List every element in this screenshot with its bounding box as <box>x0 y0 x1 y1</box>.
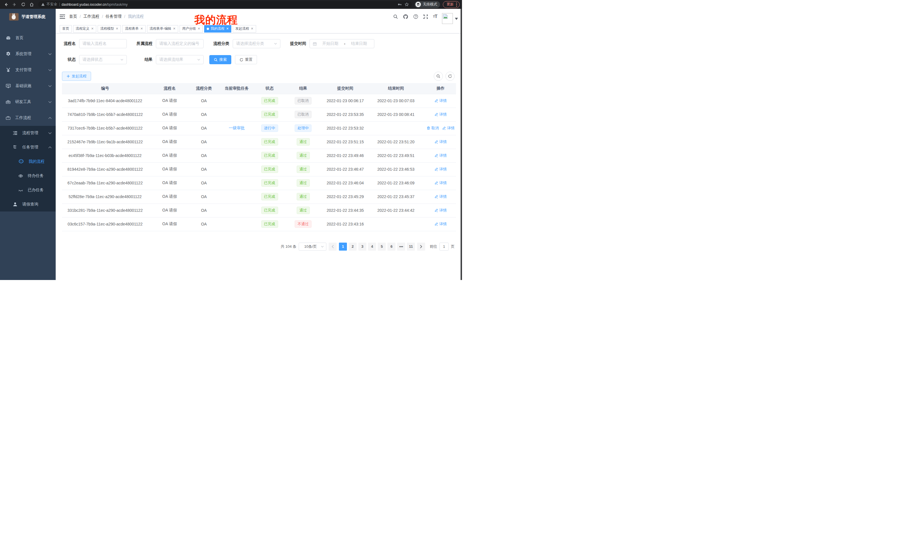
process-name-input[interactable]: 请输入流程名 <box>79 39 127 48</box>
process-definition-input[interactable]: 请输入流程定义的编号 <box>156 39 204 48</box>
search-icon[interactable] <box>393 14 398 19</box>
address-bar[interactable]: 不安全 dashboard.yudao.iocoder.cn/bpm/task/… <box>38 1 412 8</box>
close-icon[interactable]: ✕ <box>116 27 118 30</box>
toggle-search-button[interactable] <box>434 72 443 81</box>
avatar[interactable] <box>442 13 453 24</box>
close-icon[interactable]: ✕ <box>91 27 94 30</box>
close-icon[interactable]: ✕ <box>140 27 143 30</box>
sidebar-item-11[interactable]: 已办任务 <box>0 183 56 197</box>
sidebar-item-7[interactable]: 流程管理 <box>0 126 56 140</box>
breadcrumb-item[interactable]: 任务管理 <box>106 14 122 19</box>
page-size-select[interactable]: 10条/页 <box>298 243 326 251</box>
detail-link[interactable]: 详情 <box>435 153 447 158</box>
browser-update-button[interactable]: 更新 <box>443 1 460 8</box>
sidebar-item-4[interactable]: 基础设施 <box>0 78 56 94</box>
column-header: 状态 <box>257 83 282 94</box>
fullscreen-icon[interactable] <box>423 14 428 19</box>
start-process-button[interactable]: 发起流程 <box>62 72 91 81</box>
sidebar-item-1[interactable]: 首页 <box>0 30 56 46</box>
hamburger-icon[interactable] <box>60 14 65 19</box>
detail-link[interactable]: 详情 <box>435 180 447 186</box>
browser-home-icon[interactable] <box>28 1 35 8</box>
sidebar-item-10[interactable]: 待办任务 <box>0 169 56 183</box>
breadcrumb-item[interactable]: 工作流程 <box>83 14 99 19</box>
close-icon[interactable]: ✕ <box>198 27 200 30</box>
browser-back-icon[interactable] <box>2 1 10 8</box>
sidebar-item-label: 工作流程 <box>15 115 44 120</box>
goto-page-input[interactable]: 1 <box>440 243 448 251</box>
pager-ellipsis[interactable]: ••• <box>397 243 405 251</box>
close-icon[interactable]: ✕ <box>173 27 176 30</box>
browser-reload-icon[interactable] <box>20 1 27 8</box>
status-badge: 已完成 <box>261 152 278 159</box>
prev-page-button[interactable] <box>328 243 337 251</box>
page-unit-label: 页 <box>451 244 454 249</box>
sidebar-item-5[interactable]: 研发工具 <box>0 94 56 110</box>
submit-time-range-input[interactable]: 开始日期 - 结束日期 <box>309 39 374 48</box>
cell-end-time: 2022-01-22 23:45:37 <box>367 190 425 204</box>
detail-link[interactable]: 详情 <box>435 98 447 103</box>
next-page-button[interactable] <box>417 243 425 251</box>
gear-icon <box>6 51 11 57</box>
cell-current-task <box>217 217 257 231</box>
tab-5[interactable]: 流程表单-编辑✕ <box>147 25 178 33</box>
cell-category: OA <box>191 108 217 121</box>
key-icon[interactable] <box>398 2 402 7</box>
bookmark-star-icon[interactable] <box>405 2 409 7</box>
search-button[interactable]: 搜索 <box>209 55 231 64</box>
goto-label: 前往 <box>430 244 437 249</box>
chevron-down-icon <box>455 18 458 20</box>
result-badge: 通过 <box>297 166 310 173</box>
font-size-icon[interactable]: TT <box>433 14 437 19</box>
result-badge: 已取消 <box>295 111 312 118</box>
refresh-table-button[interactable] <box>446 72 454 81</box>
detail-link[interactable]: 详情 <box>435 112 447 117</box>
cell-id: 03c6c157-7b9a-11ec-a290-acde48001122 <box>62 217 148 231</box>
detail-link[interactable]: 详情 <box>435 194 447 199</box>
detail-link[interactable]: 详情 <box>435 222 447 227</box>
result-select[interactable]: 请选择流结果 <box>156 55 204 64</box>
task-link[interactable]: 一级审批 <box>229 126 245 130</box>
page-button-2[interactable]: 2 <box>349 243 357 251</box>
github-icon[interactable] <box>403 14 408 19</box>
cell-id: 3ad174fb-7b9d-11ec-8404-acde48001122 <box>62 94 148 108</box>
page-button-5[interactable]: 5 <box>378 243 386 251</box>
status-badge: 已完成 <box>261 97 278 105</box>
table-row-6: 819442e8-7b9a-11ec-a290-acde48001122OA 请… <box>62 162 456 176</box>
security-indicator[interactable]: 不安全 <box>41 2 57 7</box>
status-select[interactable]: 请选择状态 <box>79 55 127 64</box>
reset-button[interactable]: 重置 <box>235 55 257 64</box>
sidebar-item-12[interactable]: 请假查询 <box>0 197 56 211</box>
page-button-6[interactable]: 6 <box>387 243 396 251</box>
page-button-1[interactable]: 1 <box>339 243 347 251</box>
page-button-3[interactable]: 3 <box>358 243 366 251</box>
detail-link[interactable]: 详情 <box>435 139 447 144</box>
sidebar-item-6[interactable]: 工作流程 <box>0 110 56 126</box>
sidebar-item-2[interactable]: 系统管理 <box>0 46 56 62</box>
page-button-4[interactable]: 4 <box>368 243 376 251</box>
window-scrollbar[interactable] <box>460 9 462 280</box>
close-icon[interactable]: ✕ <box>251 27 253 30</box>
user-menu[interactable] <box>442 13 458 24</box>
close-icon[interactable]: ✕ <box>226 27 229 30</box>
tab-3[interactable]: 流程模型✕ <box>98 25 121 33</box>
breadcrumb-item[interactable]: 首页 <box>69 14 77 19</box>
tab-2[interactable]: 流程定义✕ <box>73 25 96 33</box>
detail-link[interactable]: 详情 <box>435 167 447 172</box>
category-select[interactable]: 请选择流程分类 <box>233 39 280 48</box>
tab-4[interactable]: 流程表单✕ <box>122 25 146 33</box>
sidebar-item-8[interactable]: 任务管理 <box>0 140 56 154</box>
cell-name: OA 请假 <box>148 204 191 217</box>
sidebar-item-3[interactable]: 支付管理 <box>0 62 56 78</box>
app-logo-row[interactable]: 芋道管理系统 <box>0 9 56 25</box>
help-icon[interactable] <box>413 14 418 19</box>
tab-1[interactable]: 首页 <box>60 25 72 33</box>
detail-link[interactable]: 详情 <box>435 208 447 213</box>
cancel-link[interactable]: 取消 <box>427 126 439 131</box>
sidebar-item-label: 系统管理 <box>15 51 44 57</box>
page-button-11[interactable]: 11 <box>407 243 415 251</box>
sidebar-item-9[interactable]: 我的流程 <box>0 154 56 169</box>
detail-link[interactable]: 详情 <box>442 126 454 131</box>
browser-forward-icon[interactable] <box>11 1 18 8</box>
cell-id: 331bc281-7b9a-11ec-a290-acde48001122 <box>62 204 148 217</box>
